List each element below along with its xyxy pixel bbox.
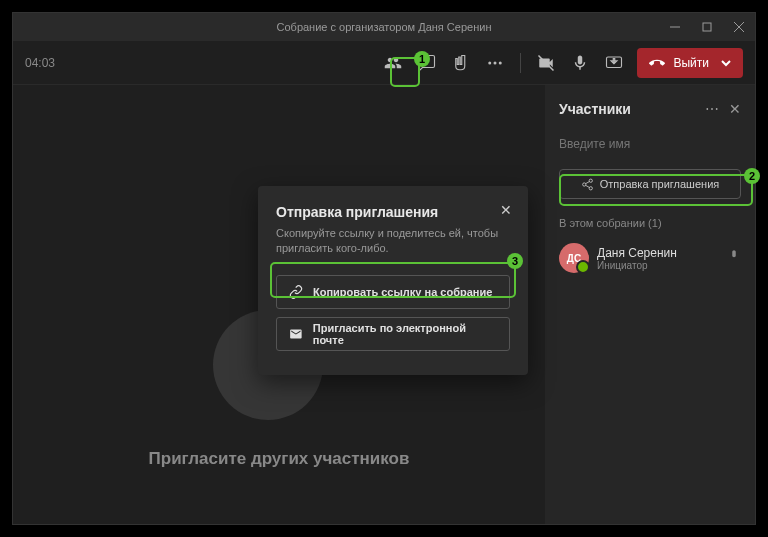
modal-title: Отправка приглашения	[276, 204, 510, 220]
badge-3: 3	[507, 253, 523, 269]
modal-subtitle: Скопируйте ссылку и поделитесь ей, чтобы…	[276, 226, 510, 257]
share-invite-button[interactable]: Отправка приглашения	[559, 169, 741, 199]
svg-line-12	[585, 185, 589, 187]
participant-row[interactable]: ДС Даня Серенин Инициатор	[559, 239, 741, 277]
leave-label: Выйти	[673, 56, 709, 70]
raise-hand-button[interactable]	[446, 48, 476, 78]
share-invite-label: Отправка приглашения	[600, 178, 720, 190]
panel-more-icon[interactable]: ⋯	[705, 101, 719, 117]
window-title: Собрание с организатором Даня Серенин	[277, 21, 492, 33]
mic-icon	[727, 249, 741, 267]
panel-title: Участники	[559, 101, 705, 117]
panel-header: Участники ⋯ ✕	[559, 101, 741, 117]
share-icon	[581, 178, 594, 191]
window-controls	[659, 13, 755, 41]
badge-2: 2	[744, 168, 760, 184]
svg-point-4	[489, 61, 492, 64]
search-input[interactable]	[559, 131, 741, 157]
hangup-icon	[649, 55, 665, 71]
svg-point-9	[582, 182, 585, 185]
leave-button[interactable]: Выйти	[637, 48, 743, 78]
svg-point-8	[589, 179, 592, 182]
email-invite-button[interactable]: Пригласить по электронной почте	[276, 317, 510, 351]
share-screen-button[interactable]	[599, 48, 629, 78]
svg-point-10	[589, 186, 592, 189]
camera-button[interactable]	[531, 48, 561, 78]
avatar: ДС	[559, 243, 589, 273]
people-button[interactable]	[378, 48, 408, 78]
titlebar: Собрание с организатором Даня Серенин	[13, 13, 755, 41]
more-button[interactable]	[480, 48, 510, 78]
minimize-button[interactable]	[659, 13, 691, 41]
copy-link-label: Копировать ссылку на собрание	[313, 286, 492, 298]
link-icon	[289, 285, 303, 299]
copy-link-button[interactable]: Копировать ссылку на собрание	[276, 275, 510, 309]
svg-line-11	[585, 181, 589, 183]
section-label: В этом собрании (1)	[559, 217, 741, 229]
panel-close-icon[interactable]: ✕	[729, 101, 741, 117]
participants-panel: Участники ⋯ ✕ Отправка приглашения В это…	[545, 85, 755, 524]
maximize-button[interactable]	[691, 13, 723, 41]
chevron-down-icon	[721, 58, 731, 68]
svg-point-6	[499, 61, 502, 64]
participant-info: Даня Серенин Инициатор	[597, 246, 719, 271]
mic-button[interactable]	[565, 48, 595, 78]
invite-others-text: Пригласите других участников	[149, 449, 410, 469]
invite-modal: Отправка приглашения ✕ Скопируйте ссылку…	[258, 186, 528, 375]
modal-close-button[interactable]: ✕	[500, 202, 512, 218]
participant-name: Даня Серенин	[597, 246, 719, 260]
badge-1: 1	[414, 51, 430, 67]
close-window-button[interactable]	[723, 13, 755, 41]
call-timer: 04:03	[25, 56, 55, 70]
email-invite-label: Пригласить по электронной почте	[313, 322, 497, 346]
teams-window: Собрание с организатором Даня Серенин 04…	[12, 12, 756, 525]
svg-point-5	[494, 61, 497, 64]
participant-role: Инициатор	[597, 260, 719, 271]
svg-rect-1	[703, 23, 711, 31]
separator	[520, 53, 521, 73]
meeting-toolbar: 04:03 Выйти	[13, 41, 755, 85]
mail-icon	[289, 327, 303, 341]
